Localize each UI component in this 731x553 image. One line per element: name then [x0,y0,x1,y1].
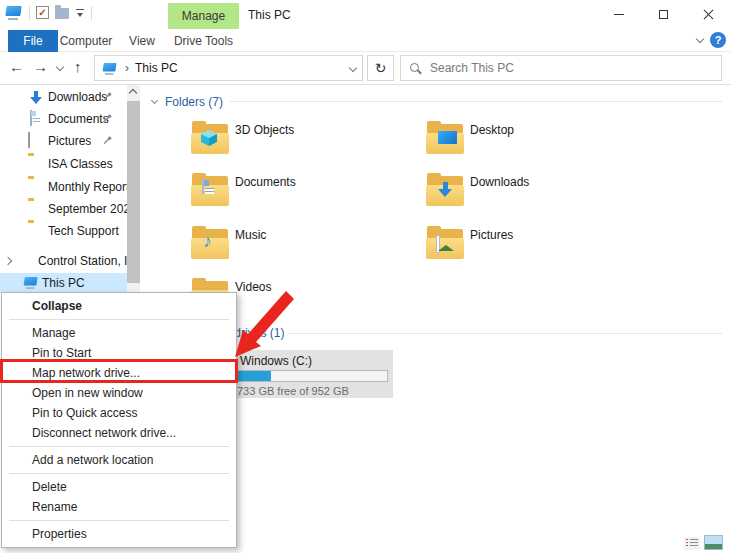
document-icon [30,110,32,126]
folder-tile-downloads[interactable]: Downloads [425,172,655,220]
expand-chevron-icon[interactable] [4,257,12,265]
sidebar-item-control-station[interactable]: Control Station, In [0,250,127,272]
folder-name: Music [235,228,266,242]
title-bar: ✓ Manage This PC [0,0,731,30]
tab-file[interactable]: File [8,30,58,52]
sidebar-item-tech-support[interactable]: Tech Support [0,220,127,242]
sidebar-item-isa-classes[interactable]: ISA Classes [0,153,127,175]
document-icon [202,178,204,194]
music-folder-icon: ♪ [190,225,230,259]
folder-tile-music[interactable]: ♪ Music [190,225,420,273]
sidebar-item-label: Documents [48,112,109,126]
close-icon [703,9,714,20]
address-bar[interactable]: › This PC [94,55,363,81]
sidebar-item-documents[interactable]: Documents [0,108,127,130]
breadcrumb-separator: › [125,61,129,75]
recent-locations-chevron-icon[interactable] [56,63,64,71]
sidebar-item-label: ISA Classes [48,157,113,171]
pictures-folder-icon [425,225,465,259]
folder-name: Pictures [470,228,513,242]
contextual-tab-group: Manage [168,3,239,29]
scroll-up-icon[interactable] [129,89,137,97]
collapse-section-chevron-icon[interactable] [151,97,158,104]
this-pc-icon [102,62,117,75]
section-divider [230,101,722,102]
sidebar-item-this-pc[interactable]: This PC [0,273,127,293]
menu-item-pin-to-quick-access[interactable]: Pin to Quick access [2,403,236,423]
menu-item-disconnect-network-drive[interactable]: Disconnect network drive... [2,423,236,443]
documents-folder-icon [190,172,230,206]
menu-item-collapse[interactable]: Collapse [2,296,236,316]
context-menu: Collapse Manage Pin to Start Map network… [1,292,237,548]
menu-item-rename[interactable]: Rename [2,497,236,517]
tab-view[interactable]: View [122,30,162,52]
photo-icon [436,235,440,253]
folder-name: 3D Objects [235,123,294,137]
minimize-icon [614,14,624,15]
tab-computer[interactable]: Computer [60,30,112,52]
monitor-icon [438,131,457,144]
pin-icon [102,113,113,127]
customize-toolbar-dropdown-icon[interactable] [75,8,85,18]
menu-item-add-network-location[interactable]: Add a network location [2,450,236,470]
this-pc-icon [23,276,38,289]
folders-section-header[interactable]: Folders (7) [165,95,223,109]
sidebar-item-pictures[interactable]: Pictures [0,130,127,152]
address-dropdown-chevron-icon[interactable] [349,64,357,72]
pin-icon [102,91,113,105]
folder-tile-desktop[interactable]: Desktop [425,120,655,168]
back-button[interactable]: ← [9,58,24,75]
maximize-icon [659,10,668,19]
drive-usage-bar [237,370,388,382]
music-note-icon: ♪ [203,233,212,249]
sidebar-item-label: Monthly Report [48,180,127,194]
new-folder-icon[interactable] [55,8,69,19]
folder-name: Downloads [470,175,529,189]
breadcrumb[interactable]: This PC [135,61,178,75]
folder-tile-pictures[interactable]: Pictures [425,225,655,273]
cube-icon [200,129,218,147]
tab-drive-tools[interactable]: Drive Tools [168,30,239,52]
folder-name: Desktop [470,123,514,137]
highlight-rectangle [0,359,238,383]
window-title: This PC [248,8,291,22]
search-input[interactable] [430,61,713,75]
folder-name: Documents [235,175,296,189]
minimize-ribbon-icon[interactable] [696,35,704,43]
properties-checkbox-icon[interactable]: ✓ [36,6,49,19]
menu-item-delete[interactable]: Delete [2,477,236,497]
menu-item-manage[interactable]: Manage [2,323,236,343]
menu-item-open-in-new-window[interactable]: Open in new window [2,383,236,403]
quick-access-toolbar: ✓ [5,5,92,20]
sidebar-item-monthly-report[interactable]: Monthly Report [0,176,127,198]
sidebar-item-september-2022[interactable]: September 2022 [0,198,127,220]
large-icons-view-button[interactable] [704,535,723,550]
sidebar-item-label: This PC [42,276,85,290]
folder-tile-3d-objects[interactable]: 3D Objects [190,120,420,168]
3d-objects-folder-icon [190,120,230,154]
folder-tile-documents[interactable]: Documents [190,172,420,220]
folder-name: Videos [235,280,271,294]
desktop-folder-icon [425,120,465,154]
close-button[interactable] [686,0,731,29]
search-icon [409,62,422,75]
drive-usage-fill [238,371,271,381]
pin-icon [102,135,113,149]
minimize-button[interactable] [596,0,641,29]
help-icon[interactable]: ? [710,32,726,48]
drive-capacity-text: 733 GB free of 952 GB [237,385,349,397]
menu-separator [9,319,229,320]
refresh-button[interactable]: ↻ [367,55,394,81]
navigation-bar: ← → ↑ › This PC ↻ [0,52,731,85]
up-button[interactable]: ↑ [74,58,82,75]
sidebar-item-downloads[interactable]: Downloads [0,86,127,108]
forward-button[interactable]: → [33,58,48,75]
scrollbar-thumb[interactable] [127,101,140,283]
maximize-button[interactable] [641,0,686,29]
file-explorer-window: ✓ Manage This PC File Computer View Driv… [0,0,731,553]
menu-item-properties[interactable]: Properties [2,524,236,544]
details-view-button[interactable] [684,537,700,550]
menu-separator [9,520,229,521]
sidebar-item-label: Control Station, In [38,254,127,268]
sidebar-item-label: Pictures [48,134,91,148]
